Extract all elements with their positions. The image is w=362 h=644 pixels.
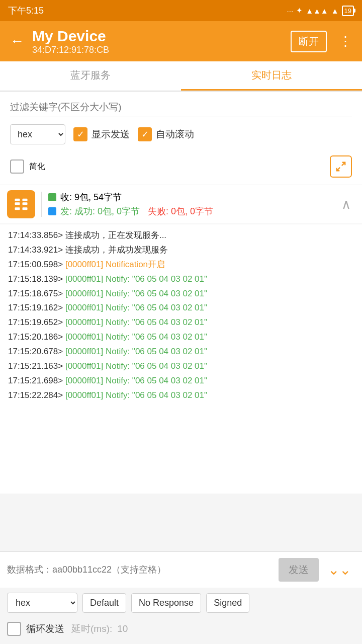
auto-scroll-check-icon: ✓ <box>138 127 152 141</box>
log-line: 17:15:20.186> [0000ff01] Notify: "06 05 … <box>8 330 354 345</box>
bottom-section: 发送 ⌄⌄ hex text Default No Response Signe… <box>0 551 362 644</box>
battery-icon: 19 <box>342 6 354 16</box>
device-address: 34:D7:12:91:78:CB <box>32 45 291 55</box>
simplify-checkbox[interactable] <box>10 159 24 174</box>
send-input[interactable] <box>7 565 274 575</box>
log-line: 17:15:21.163> [0000ff01] Notify: "06 05 … <box>8 359 354 374</box>
filter-input[interactable] <box>10 99 352 117</box>
signal-dots-icon: ··· <box>287 7 294 15</box>
log-line: 17:15:22.284> [0000ff01] Notify: "06 05 … <box>8 388 354 403</box>
filter-section <box>0 92 362 117</box>
log-area: 17:14:33.856> 连接成功，正在发现服务...17:14:33.921… <box>0 224 362 494</box>
log-line: 17:14:33.921> 连接成功，并成功发现服务 <box>8 243 354 258</box>
log-line: 17:15:19.162> [0000ff01] Notify: "06 05 … <box>8 301 354 315</box>
signal-bars-icon: ▲▲▲ <box>306 7 328 15</box>
log-line: 17:15:20.678> [0000ff01] Notify: "06 05 … <box>8 345 354 359</box>
stats-recv-row: 收: 9包, 54字节 <box>48 191 331 203</box>
svg-rect-4 <box>23 199 28 201</box>
disconnect-button[interactable]: 断开 <box>291 31 327 52</box>
stats-bar: 收: 9包, 54字节 发: 成功: 0包, 0字节 失败: 0包, 0字节 ∧ <box>0 185 362 223</box>
tab-realtime-log[interactable]: 实时日志 <box>181 61 362 91</box>
log-line: 17:15:18.675> [0000ff01] Notify: "06 05 … <box>8 287 354 301</box>
device-name: My Device <box>32 28 291 45</box>
svg-rect-2 <box>15 199 20 201</box>
loop-send-checkbox[interactable] <box>7 622 21 636</box>
log-line: 17:15:00.598> [0000ff01] Notification开启 <box>8 258 354 272</box>
collapse-button[interactable]: ∧ <box>337 193 355 216</box>
app-bar-actions: 断开 ⋮ <box>291 31 356 52</box>
svg-rect-5 <box>23 202 28 205</box>
status-time: 下午5:15 <box>8 5 44 17</box>
status-bar: 下午5:15 ··· ✦ ▲▲▲ ▲ 19 <box>0 0 362 21</box>
back-button[interactable]: ← <box>6 29 28 53</box>
app-bar: ← My Device 34:D7:12:91:78:CB 断开 ⋮ <box>0 21 362 61</box>
show-send-check-icon: ✓ <box>73 127 87 141</box>
svg-rect-7 <box>23 207 28 210</box>
format-select[interactable]: hex text dec <box>10 124 65 144</box>
bottom-controls: hex text Default No Response Signed <box>0 588 362 618</box>
write-type-signed[interactable]: Signed <box>206 593 249 613</box>
auto-scroll-checkbox[interactable]: ✓ 自动滚动 <box>138 127 194 141</box>
stats-icon <box>7 190 35 218</box>
svg-rect-6 <box>15 207 20 210</box>
format-select-bottom[interactable]: hex text <box>7 593 77 613</box>
show-send-checkbox[interactable]: ✓ 显示发送 <box>73 127 130 141</box>
tab-bluetooth-service[interactable]: 蓝牙服务 <box>0 61 181 91</box>
log-line: 17:15:18.139> [0000ff01] Notify: "06 05 … <box>8 272 354 287</box>
bluetooth-icon: ✦ <box>296 6 303 15</box>
log-line: 17:14:33.856> 连接成功，正在发现服务... <box>8 228 354 243</box>
controls-row: hex text dec ✓ 显示发送 ✓ 自动滚动 <box>0 117 362 151</box>
expand-more-icon[interactable]: ⌄⌄ <box>324 559 355 580</box>
send-dot <box>48 207 56 215</box>
stats-send-row: 发: 成功: 0包, 0字节 失败: 0包, 0字节 <box>48 205 331 217</box>
recv-dot <box>48 193 56 201</box>
more-options-button[interactable]: ⋮ <box>335 32 356 51</box>
app-bar-title: My Device 34:D7:12:91:78:CB <box>32 28 291 55</box>
log-line: 17:15:21.698> [0000ff01] Notify: "06 05 … <box>8 374 354 388</box>
expand-button[interactable] <box>330 155 352 178</box>
write-type-default[interactable]: Default <box>82 593 126 613</box>
send-row: 发送 ⌄⌄ <box>0 552 362 588</box>
loop-row: 循环发送 延时(ms): 10 <box>0 618 362 644</box>
stats-text: 收: 9包, 54字节 发: 成功: 0包, 0字节 失败: 0包, 0字节 <box>48 191 331 217</box>
send-button[interactable]: 发送 <box>279 558 319 582</box>
stats-divider <box>41 192 42 217</box>
status-icons: ··· ✦ ▲▲▲ ▲ 19 <box>287 6 354 16</box>
log-line: 17:15:19.652> [0000ff01] Notify: "06 05 … <box>8 315 354 330</box>
wifi-icon: ▲ <box>331 7 339 15</box>
simplify-left: 简化 <box>10 159 45 174</box>
simplify-row: 简化 <box>0 151 362 185</box>
svg-rect-3 <box>15 202 20 205</box>
tab-bar: 蓝牙服务 实时日志 <box>0 61 362 92</box>
write-type-no-response[interactable]: No Response <box>131 593 201 613</box>
